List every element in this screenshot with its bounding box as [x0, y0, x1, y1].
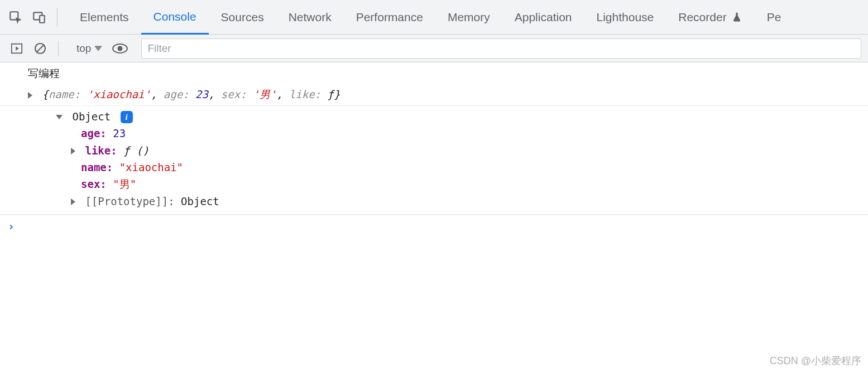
- log-text: 写编程: [28, 67, 60, 79]
- log-object-expanded: Object i age: 23 like: ƒ () name: "xiaoc…: [0, 106, 868, 215]
- tab-performance[interactable]: Performance: [344, 0, 435, 35]
- svg-marker-7: [94, 46, 102, 51]
- object-header-row[interactable]: Object i: [56, 108, 868, 125]
- object-preview: {name: 'xiaochai', age: 23, sex: '男', li…: [42, 88, 340, 100]
- info-icon[interactable]: i: [121, 111, 133, 123]
- filter-input[interactable]: [141, 38, 861, 59]
- prompt-caret-icon: ›: [8, 220, 15, 233]
- property-row-prototype[interactable]: [[Prototype]]: Object: [28, 193, 868, 210]
- property-row-like[interactable]: like: ƒ (): [28, 142, 868, 159]
- log-object-preview[interactable]: {name: 'xiaochai', age: 23, sex: '男', li…: [0, 84, 868, 105]
- svg-line-6: [37, 45, 44, 52]
- console-toolbar: top: [0, 35, 868, 62]
- context-label: top: [76, 42, 91, 55]
- clear-console-icon[interactable]: [30, 38, 50, 59]
- expand-caret-icon[interactable]: [71, 148, 75, 154]
- tab-memory[interactable]: Memory: [435, 0, 502, 35]
- property-row-sex[interactable]: sex: "男": [28, 176, 868, 192]
- device-toolbar-icon[interactable]: [29, 7, 49, 27]
- tab-console[interactable]: Console: [141, 0, 209, 35]
- divider: [57, 8, 57, 27]
- svg-rect-2: [40, 15, 45, 22]
- console-output: 写编程 {name: 'xiaochai', age: 23, sex: '男'…: [0, 62, 868, 238]
- tab-recorder[interactable]: Recorder: [666, 0, 754, 35]
- expand-caret-icon[interactable]: [28, 92, 32, 99]
- inspect-element-icon[interactable]: [6, 7, 26, 27]
- tab-sources[interactable]: Sources: [209, 0, 276, 35]
- context-selector[interactable]: top: [76, 42, 102, 55]
- collapse-caret-icon[interactable]: [56, 115, 63, 119]
- svg-marker-4: [16, 46, 19, 50]
- watermark: CSDN @小柴爱程序: [770, 354, 861, 367]
- tab-lighthouse[interactable]: Lighthouse: [584, 0, 666, 35]
- tab-partial[interactable]: Pe: [755, 0, 781, 35]
- expand-caret-icon[interactable]: [71, 198, 75, 205]
- console-prompt[interactable]: ›: [0, 215, 868, 238]
- flask-icon: [731, 12, 742, 23]
- divider: [58, 41, 59, 56]
- tab-network[interactable]: Network: [276, 0, 344, 35]
- log-text-line: 写编程: [0, 62, 868, 84]
- chevron-down-icon: [94, 46, 102, 51]
- object-label: Object: [72, 110, 111, 123]
- devtools-tabs-bar: Elements Console Sources Network Perform…: [0, 0, 868, 35]
- tab-elements[interactable]: Elements: [68, 0, 141, 35]
- svg-point-9: [118, 46, 123, 51]
- property-row-name[interactable]: name: "xiaochai": [28, 159, 868, 176]
- sidebar-toggle-icon[interactable]: [7, 38, 27, 59]
- tab-recorder-label: Recorder: [678, 11, 726, 24]
- live-expression-icon[interactable]: [110, 38, 130, 59]
- property-row-age[interactable]: age: 23: [28, 125, 868, 142]
- tab-application[interactable]: Application: [502, 0, 584, 35]
